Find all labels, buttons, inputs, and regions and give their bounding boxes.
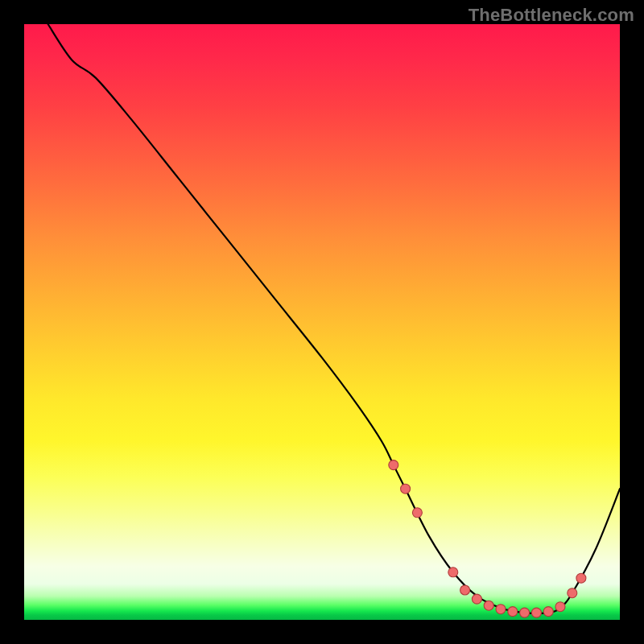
marker-group (389, 460, 586, 618)
curve-marker (568, 588, 577, 598)
curve-svg (24, 24, 620, 620)
plot-area (24, 24, 620, 620)
watermark-text: TheBottleneck.com (469, 5, 634, 26)
curve-marker (448, 568, 458, 577)
curve-marker (555, 602, 565, 612)
chart-frame: TheBottleneck.com (0, 0, 644, 644)
curve-marker (472, 594, 481, 604)
curve-marker (531, 608, 541, 617)
curve-marker (496, 605, 506, 614)
curve-marker (401, 484, 411, 493)
curve-marker (412, 508, 422, 518)
curve-marker (460, 585, 470, 595)
curve-marker (543, 607, 553, 617)
curve-marker (389, 460, 398, 470)
curve-marker (508, 607, 518, 617)
curve-marker (576, 573, 586, 583)
curve-marker (484, 601, 493, 610)
curve-marker (520, 608, 530, 617)
bottleneck-curve (48, 24, 620, 613)
